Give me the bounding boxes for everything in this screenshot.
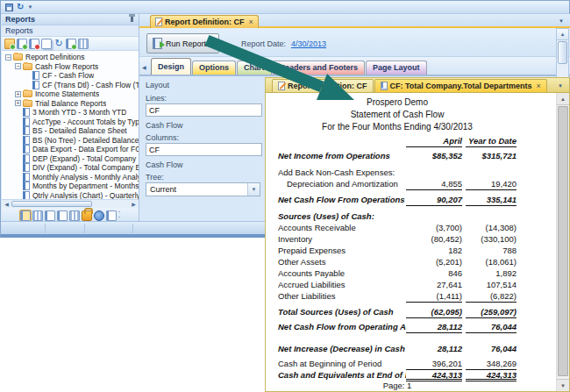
tree-item[interactable]: Monthly Analysis - Monthly Analysis — [2, 173, 139, 182]
new-folder-icon[interactable] — [4, 39, 15, 49]
expand-toggle-icon[interactable]: − — [5, 54, 11, 61]
lines-input[interactable] — [146, 103, 262, 117]
tab-close-icon[interactable]: × — [537, 82, 541, 90]
scrollbar-thumb[interactable] — [558, 106, 568, 376]
tree-horizontal-scrollbar[interactable]: ◀ ▶ — [2, 199, 139, 208]
copy-report-icon[interactable] — [41, 39, 52, 49]
tree-item[interactable]: +Income Statements — [2, 89, 139, 99]
tab-page-layout[interactable]: Page Layout — [366, 61, 427, 75]
report-row: Net Cash Flow From Operations90,207335,1… — [278, 195, 517, 206]
row-value-ytd: 19,420 — [466, 179, 517, 190]
reports-tree: −Report Definitions−Cash Flow ReportsCF … — [2, 51, 139, 199]
save-icon[interactable] — [5, 4, 13, 11]
more-icon[interactable]: ⁚ — [118, 212, 121, 219]
column-header-ytd: Year to Date — [466, 136, 517, 147]
tree-item[interactable]: BS - Detailed Balance Sheet — [2, 126, 139, 136]
designer-tabstrip: ◀ DesignOptionsChartHeaders and FootersP… — [139, 57, 570, 75]
tab-label: CF: Total Company.Total Departments — [390, 82, 532, 90]
tree-item[interactable]: DEP (Expand) - Total Company Exper — [2, 154, 139, 164]
tab-chart[interactable]: Chart — [237, 61, 272, 75]
columns-label: Columns: — [146, 133, 179, 142]
scrollbar-thumb[interactable] — [558, 41, 567, 64]
scroll-down-icon[interactable]: ▼ — [557, 379, 569, 391]
tab-design[interactable]: Design — [151, 58, 191, 75]
report-row: Add Back Non-Cash Expenses: — [278, 167, 517, 179]
row-value-ytd: 76,044 — [466, 322, 517, 333]
tree-item[interactable]: CF - Cash Flow — [2, 71, 139, 81]
row-value-april: 90,207 — [406, 195, 462, 206]
tree-label: Tree: — [146, 173, 164, 182]
split-view-icon[interactable] — [32, 210, 43, 221]
tree-item[interactable]: DIV (Expand) - Total Company Expen — [2, 163, 139, 173]
report-title-line: Prospero Demo — [278, 96, 517, 109]
pin-icon[interactable] — [131, 17, 133, 22]
new-report-icon[interactable] — [17, 39, 27, 49]
report-row: Accounts Payable8461,892 — [278, 268, 517, 280]
columns-view-icon[interactable] — [45, 210, 55, 221]
report-vertical-scrollbar[interactable]: ▲ ▼ — [556, 93, 569, 391]
scroll-right-icon[interactable]: ▶ — [130, 201, 138, 208]
tree-item-label: Data Export - Data Export for FC — [32, 145, 139, 153]
lock-icon[interactable] — [82, 210, 92, 221]
folder-icon — [23, 63, 32, 70]
tree-item[interactable]: CF (Trans Dtl) - Cash Flow (Transa — [2, 81, 139, 90]
tree-item-label: Cash Flow Reports — [35, 62, 98, 71]
tab-list-icon[interactable]: ▼ — [559, 18, 564, 24]
tab-label: Report Definition: CF — [288, 82, 367, 90]
expand-toggle-icon[interactable]: − — [15, 63, 21, 69]
reports-panel: Reports Reports ↻ −Report Definitions−Ca… — [2, 14, 139, 222]
tab-options[interactable]: Options — [192, 61, 236, 75]
tree-item-label: Trial Balance Reports — [35, 99, 106, 108]
run-report-label: Run Report... — [166, 39, 213, 48]
scroll-up-icon[interactable]: ▲ — [557, 93, 569, 105]
tree-item[interactable]: AccType - Account Totals by Type — [2, 118, 139, 127]
share-icon[interactable] — [106, 210, 117, 221]
scroll-left-icon[interactable]: ◀ — [3, 201, 11, 208]
report-icon — [23, 191, 30, 199]
row-value-april: (80,452) — [406, 234, 462, 246]
tree-item[interactable]: Months by Department - Months by — [2, 182, 139, 191]
tree-select[interactable]: Current ▼ — [146, 182, 260, 196]
tree-item[interactable]: BS (No Tree) - Detailed Balance Sheet — [2, 136, 139, 146]
form-view-icon[interactable] — [57, 210, 68, 221]
tabs-scroll-left-icon[interactable]: ◀ — [142, 65, 146, 70]
report-view-icon[interactable] — [20, 210, 31, 221]
columns-input[interactable] — [146, 143, 262, 156]
row-label: Net Cash Flow From Operations — [278, 195, 406, 206]
tab-headers-and-footers[interactable]: Headers and Footers — [273, 61, 366, 75]
report-row: Total Sources (Uses) of Cash(62,095)(259… — [278, 307, 517, 318]
refresh-icon[interactable]: ↻ — [53, 39, 64, 49]
tree-item[interactable]: 3 Month YTD - 3 Month YTD — [2, 108, 139, 118]
report-row: Cash at Beginning of Period396,201348,26… — [278, 359, 517, 370]
web-icon[interactable] — [94, 210, 104, 221]
report-title-line: For the Four Months Ending 4/30/2013 — [278, 121, 517, 133]
row-label: Total Sources (Uses) of Cash — [278, 307, 406, 318]
tree-item[interactable]: Qtrly Analysis (Chart) - Quarterly Ana — [2, 191, 139, 200]
report-date-link[interactable]: 4/30/2013 — [291, 39, 326, 48]
row-value-april: (3,700) — [406, 223, 462, 234]
reports-toolbar: ↻ — [2, 37, 139, 51]
delete-report-icon[interactable] — [29, 39, 39, 49]
tab-report-definition[interactable]: Report Definition: CF — [272, 79, 374, 92]
chevron-down-icon[interactable]: ▼ — [247, 183, 260, 196]
qat-more-icon[interactable]: ▼ — [27, 4, 32, 10]
expand-toggle-icon[interactable]: + — [15, 91, 21, 97]
tab-report-output[interactable]: CF: Total Company.Total Departments× — [374, 79, 547, 92]
tree-item[interactable]: −Report Definitions — [2, 53, 139, 62]
list-view-icon[interactable] — [69, 210, 80, 221]
tree-item[interactable]: −Cash Flow Reports — [2, 62, 139, 72]
run-report-button[interactable]: Run Report... — [146, 33, 219, 53]
tab-report-definition[interactable]: Report Definition: CF × — [150, 15, 259, 28]
refresh-icon[interactable]: ↻ — [17, 3, 24, 11]
tree-item[interactable]: +Trial Balance Reports — [2, 99, 139, 109]
scroll-up-icon[interactable]: ▲ — [557, 29, 568, 40]
row-value-ytd: 76,044 — [466, 344, 517, 355]
tree-item[interactable]: Data Export - Data Export for FC — [2, 145, 139, 154]
expand-toggle-icon[interactable]: + — [15, 100, 21, 106]
import-report-icon[interactable] — [66, 39, 76, 49]
tab-list-icon[interactable]: ▼ — [558, 83, 563, 89]
report-row: Net Cash Flow from Operating Activities2… — [278, 322, 517, 333]
columns-icon[interactable] — [78, 39, 89, 49]
scrollbar-thumb[interactable] — [11, 201, 92, 207]
tab-close-icon[interactable]: × — [249, 18, 253, 26]
